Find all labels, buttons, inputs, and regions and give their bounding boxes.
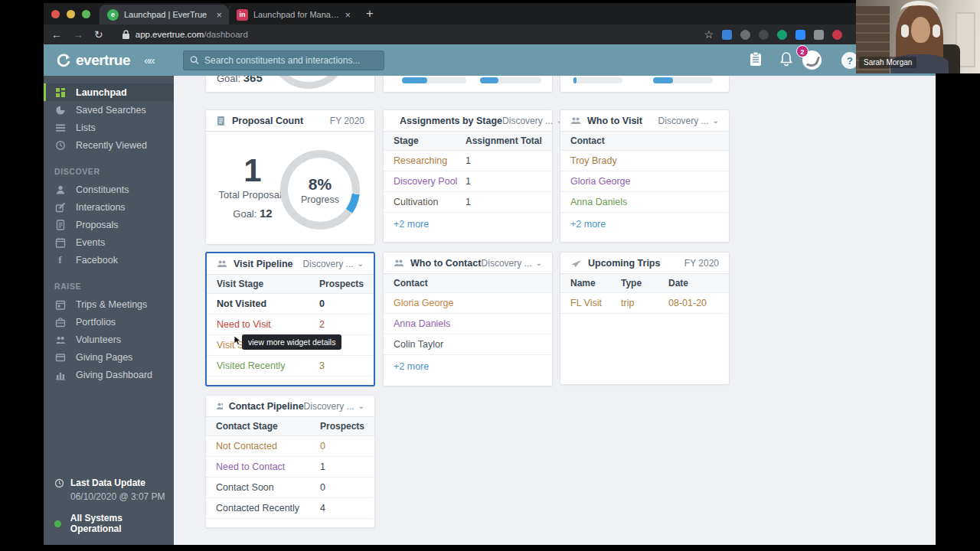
trip-link[interactable]: FL Visit	[570, 298, 621, 308]
extension-icon[interactable]	[795, 30, 805, 40]
contact-link[interactable]: Colin Taylor	[394, 339, 542, 350]
window-controls	[44, 3, 100, 24]
contact-link[interactable]: Anna Daniels	[570, 197, 719, 207]
forward-icon[interactable]: →	[73, 28, 83, 41]
presenter-name-label: Sarah Morgan	[859, 57, 916, 68]
sidebar-item-constituents[interactable]: Constituents	[44, 181, 174, 198]
widget-filter-dropdown[interactable]: Discovery ...⌄	[482, 258, 542, 269]
column-header: Prospects	[320, 421, 364, 432]
new-tab-button[interactable]: +	[366, 6, 374, 21]
table-row: Colin Taylor	[384, 334, 552, 355]
collapse-sidebar-icon[interactable]: ««	[144, 54, 154, 67]
widget-partial-1: Goal: 365	[205, 76, 375, 93]
extension-icon[interactable]	[832, 30, 842, 40]
search-input[interactable]	[204, 55, 377, 66]
extension-icon[interactable]	[777, 30, 787, 40]
zoom-window-button[interactable]	[82, 10, 90, 18]
table-row: Need to Visit2	[207, 315, 374, 335]
people-icon	[570, 116, 581, 126]
pie-icon	[54, 105, 66, 116]
stage-link[interactable]: Visited Recently	[217, 360, 319, 371]
sidebar-label: Proposals	[76, 220, 119, 230]
more-link[interactable]: +2 more	[384, 213, 552, 236]
widget-title: Who to Visit	[587, 116, 642, 126]
extension-icon[interactable]	[722, 30, 732, 40]
stage-link[interactable]: Not Contacted	[216, 441, 320, 452]
contact-link[interactable]: Gloria George	[394, 298, 542, 308]
stage-link[interactable]: Cultivation	[394, 197, 466, 207]
logo-text: evertrue	[76, 52, 130, 69]
bookmark-star-icon[interactable]: ☆	[704, 28, 714, 41]
user-avatar[interactable]: 2	[802, 51, 822, 70]
sidebar-item-volunteers[interactable]: Volunteers	[44, 331, 174, 348]
widget-title: Visit Pipeline	[234, 259, 293, 269]
notifications-bell-icon[interactable]	[779, 51, 793, 70]
close-window-button[interactable]	[51, 10, 60, 18]
stage-link[interactable]: Discovery Pool	[394, 176, 466, 187]
sidebar-item-giving-pages[interactable]: Giving Pages	[44, 348, 174, 366]
stage-link[interactable]: Contacted Recently	[216, 503, 320, 514]
evertrue-app: evertrue «« 2	[44, 44, 936, 545]
table-row: Contact Soon0	[206, 478, 374, 498]
sidebar-item-lists[interactable]: Lists	[44, 119, 174, 136]
sidebar-item-saved-searches[interactable]: Saved Searches	[44, 101, 174, 119]
sidebar-item-proposals[interactable]: Proposals	[44, 216, 174, 233]
tab-launchpad-managers[interactable]: in Launchpad for Managers Prev ×	[228, 5, 357, 24]
tasks-clipboard-icon[interactable]	[749, 51, 763, 70]
back-icon[interactable]: ←	[51, 28, 62, 41]
column-header: Contact Stage	[216, 421, 320, 432]
sidebar-item-recently-viewed[interactable]: Recently Viewed	[44, 136, 174, 154]
stage-link[interactable]: Contact Soon	[216, 482, 320, 493]
extension-icon[interactable]	[814, 30, 824, 40]
avatar: 2	[802, 51, 822, 70]
contact-link[interactable]: Gloria George	[570, 176, 719, 187]
sidebar-item-giving-dashboard[interactable]: Giving Dashboard	[44, 366, 174, 383]
sidebar-item-trips-meetings[interactable]: Trips & Meetings	[44, 295, 174, 313]
column-header: Contact	[570, 135, 719, 146]
sidebar-item-launchpad[interactable]: Launchpad	[44, 83, 174, 101]
app-header: evertrue «« 2	[44, 44, 936, 76]
table-row: Contacted Recently4	[206, 498, 374, 519]
progress-ring	[269, 76, 348, 89]
global-search[interactable]	[183, 51, 384, 70]
webcam-overlay: Sarah Morgan	[856, 0, 980, 73]
sidebar-item-interactions[interactable]: Interactions	[44, 198, 174, 216]
close-tab-icon[interactable]: ×	[345, 9, 351, 21]
tab-launchpad-evertrue[interactable]: e Launchpad | EverTrue ×	[100, 5, 228, 24]
widget-filter-dropdown[interactable]: Discovery ...⌄	[658, 116, 719, 126]
people-icon	[394, 259, 404, 268]
contact-link[interactable]: Troy Brady	[570, 155, 719, 166]
column-header: Date	[668, 278, 719, 289]
widget-filter-dropdown[interactable]: Discovery ...⌄	[304, 401, 364, 412]
sidebar-section-discover: DISCOVER	[54, 167, 174, 176]
contact-link[interactable]: Anna Daniels	[394, 318, 542, 329]
close-tab-icon[interactable]: ×	[216, 9, 222, 21]
widget-upcoming-trips: Upcoming Trips FY 2020 NameTypeDate FL V…	[560, 252, 730, 385]
widget-visit-pipeline[interactable]: Visit Pipeline Discovery ...⌄ Visit Stag…	[205, 252, 375, 386]
table-row: Discovery Pool1	[384, 171, 552, 192]
extension-icon[interactable]	[740, 30, 750, 40]
widget-filter-dropdown[interactable]: Discovery ...⌄	[502, 116, 563, 126]
row-value: 1	[466, 197, 542, 207]
more-link[interactable]: +2 more	[384, 355, 552, 378]
logo-block[interactable]: evertrue ««	[44, 52, 174, 69]
widget-title: Proposal Count	[232, 116, 303, 126]
sidebar-item-portfolios[interactable]: Portfolios	[44, 313, 174, 331]
sidebar-item-events[interactable]: Events	[44, 233, 174, 251]
extension-icon[interactable]	[759, 30, 769, 40]
browser-toolbar: ← → ↻ app.evertrue.com/dashboard ☆	[44, 24, 936, 44]
sidebar-item-facebook[interactable]: f Facebook	[44, 251, 174, 269]
minimize-window-button[interactable]	[67, 10, 75, 18]
stage-link[interactable]: Need to Contact	[216, 461, 320, 472]
stage-link[interactable]: Researching	[394, 155, 466, 166]
row-value: 4	[320, 503, 364, 514]
more-link[interactable]: +2 more	[560, 213, 729, 236]
widget-filter-dropdown[interactable]: Discovery ...⌄	[303, 259, 364, 269]
reload-icon[interactable]: ↻	[94, 28, 103, 41]
tooltip: view more widget details	[242, 334, 341, 350]
widget-partial-3	[560, 76, 730, 93]
progress-fill	[402, 77, 427, 83]
stage-link[interactable]: Need to Visit	[217, 319, 319, 330]
address-bar[interactable]: app.evertrue.com/dashboard	[122, 27, 697, 42]
system-status-label[interactable]: All Systems Operational	[70, 513, 174, 534]
